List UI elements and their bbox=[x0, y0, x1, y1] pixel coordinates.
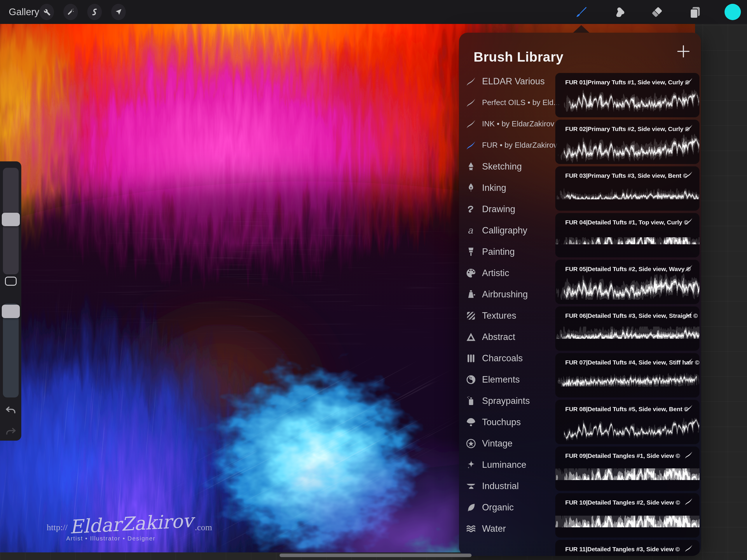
brush-stroke-icon bbox=[682, 450, 695, 460]
transform-arrow-icon bbox=[114, 7, 123, 16]
brush-set-item[interactable]: Abstract bbox=[459, 326, 555, 348]
color-button[interactable] bbox=[724, 4, 741, 20]
erase-tool-button[interactable] bbox=[649, 4, 665, 20]
adjustments-button[interactable] bbox=[63, 4, 78, 20]
brush-size-slider[interactable] bbox=[3, 168, 19, 274]
brush-item[interactable]: FUR 04|Detailed Tufts #1, Top view, Curl… bbox=[555, 213, 699, 257]
horizontal-scrollbar[interactable] bbox=[280, 554, 471, 557]
brush-set-item[interactable]: Luminance bbox=[459, 454, 555, 475]
brush-set-item[interactable]: Drawing bbox=[459, 199, 555, 220]
smudge-icon bbox=[612, 5, 626, 19]
brush-set-item[interactable]: Airbrushing bbox=[459, 284, 555, 305]
side-toolbar bbox=[0, 161, 21, 441]
undo-button[interactable] bbox=[3, 405, 18, 417]
brush-item[interactable]: FUR 03|Primary Tufts #3, Side view, Bent… bbox=[555, 166, 699, 211]
undo-icon bbox=[3, 405, 18, 417]
add-brush-button[interactable] bbox=[675, 43, 692, 59]
brush-set-item[interactable]: FUR • by EldarZakirov bbox=[459, 134, 555, 156]
brush-stroke-icon bbox=[682, 497, 695, 507]
brush-stroke-icon bbox=[682, 543, 695, 553]
brush-item[interactable]: FUR 05|Detailed Tufts #2, Side view, Wav… bbox=[555, 260, 699, 304]
brush-set-item[interactable]: INK • by EldarZakirov bbox=[459, 113, 555, 134]
brush-stroke-icon bbox=[682, 170, 695, 180]
brush-item[interactable]: FUR 10|Detailed Tangles #2, Side view © bbox=[555, 493, 699, 537]
transform-button[interactable] bbox=[111, 4, 126, 20]
brush-stroke-icon bbox=[682, 76, 695, 86]
brush-set-item[interactable]: Calligraphy bbox=[459, 220, 555, 241]
brush-set-item[interactable]: Sketching bbox=[459, 156, 555, 177]
panel-title: Brush Library bbox=[473, 49, 564, 65]
top-toolbar: Gallery bbox=[0, 0, 747, 24]
selection-icon bbox=[90, 7, 99, 16]
brush-stroke-icon bbox=[682, 357, 695, 366]
brush-item[interactable]: FUR 06|Detailed Tufts #3, Side view, Str… bbox=[555, 306, 699, 351]
brush-set-item[interactable]: Elements bbox=[459, 369, 555, 390]
brush-stroke-icon bbox=[682, 123, 695, 133]
wrench-icon bbox=[42, 7, 51, 16]
brush-stroke-icon bbox=[682, 403, 695, 413]
brush-set-item[interactable]: Vintage bbox=[459, 433, 555, 454]
brush-set-item[interactable]: ELDAR Various bbox=[459, 71, 555, 92]
redo-button[interactable] bbox=[3, 426, 18, 439]
brush-stroke-icon bbox=[682, 217, 695, 226]
brush-library-panel: Brush Library ELDAR Various Perfect OILS… bbox=[459, 33, 701, 556]
brush-set-item[interactable]: Artistic bbox=[459, 262, 555, 284]
brush-set-item[interactable]: Organic bbox=[459, 497, 555, 518]
active-color-swatch bbox=[724, 4, 741, 20]
plus-icon bbox=[675, 44, 691, 59]
brush-set-item[interactable]: Textures bbox=[459, 305, 555, 326]
smudge-tool-button[interactable] bbox=[611, 4, 627, 20]
brush-opacity-handle[interactable] bbox=[2, 305, 20, 318]
paint-tool-button[interactable] bbox=[573, 4, 589, 20]
brush-opacity-slider[interactable] bbox=[3, 304, 19, 398]
brush-set-item[interactable]: Inking bbox=[459, 177, 555, 199]
gallery-button[interactable]: Gallery bbox=[9, 0, 40, 24]
brush-set-item[interactable]: Spraypaints bbox=[459, 390, 555, 411]
brush-stroke-icon bbox=[682, 310, 695, 320]
modify-button[interactable] bbox=[5, 277, 17, 286]
brush-item[interactable]: FUR 11|Detailed Tangles #3, Side view © bbox=[555, 540, 699, 556]
eraser-icon bbox=[650, 5, 664, 19]
brush-item[interactable]: FUR 01|Primary Tufts #1, Side view, Curl… bbox=[555, 73, 699, 117]
brush-list: FUR 01|Primary Tufts #1, Side view, Curl… bbox=[555, 73, 699, 556]
brush-set-item[interactable]: Charcoals bbox=[459, 348, 555, 369]
brush-item[interactable]: FUR 07|Detailed Tufts #4, Side view, Sti… bbox=[555, 353, 699, 398]
redo-icon bbox=[3, 426, 18, 439]
brush-set-item[interactable]: Water bbox=[459, 518, 555, 539]
brush-set-item[interactable]: Painting bbox=[459, 241, 555, 262]
procreate-app: http:// EldarZakirov .com Artist • Illus… bbox=[0, 0, 747, 560]
brush-item[interactable]: FUR 09|Detailed Tangles #1, Side view © bbox=[555, 447, 699, 491]
brush-set-item[interactable]: Industrial bbox=[459, 475, 555, 497]
brush-set-item[interactable]: Touchups bbox=[459, 411, 555, 433]
brush-set-list: ELDAR Various Perfect OILS • by Eld... I… bbox=[459, 71, 555, 539]
brush-item[interactable]: FUR 08|Detailed Tufts #5, Side view, Ben… bbox=[555, 400, 699, 444]
brush-stroke-icon bbox=[682, 263, 695, 273]
paint-brush-icon bbox=[574, 5, 589, 19]
layers-icon bbox=[688, 5, 702, 19]
magic-wand-icon bbox=[66, 7, 75, 16]
selection-button[interactable] bbox=[87, 4, 102, 20]
brush-item[interactable]: FUR 02|Primary Tufts #2, Side view, Curl… bbox=[555, 120, 699, 164]
actions-button[interactable] bbox=[40, 4, 54, 20]
layers-button[interactable] bbox=[687, 4, 703, 20]
artist-watermark: http:// EldarZakirov .com Artist • Illus… bbox=[47, 514, 175, 542]
brush-size-handle[interactable] bbox=[2, 213, 20, 226]
brush-set-item[interactable]: Perfect OILS • by Eld... bbox=[459, 92, 555, 113]
